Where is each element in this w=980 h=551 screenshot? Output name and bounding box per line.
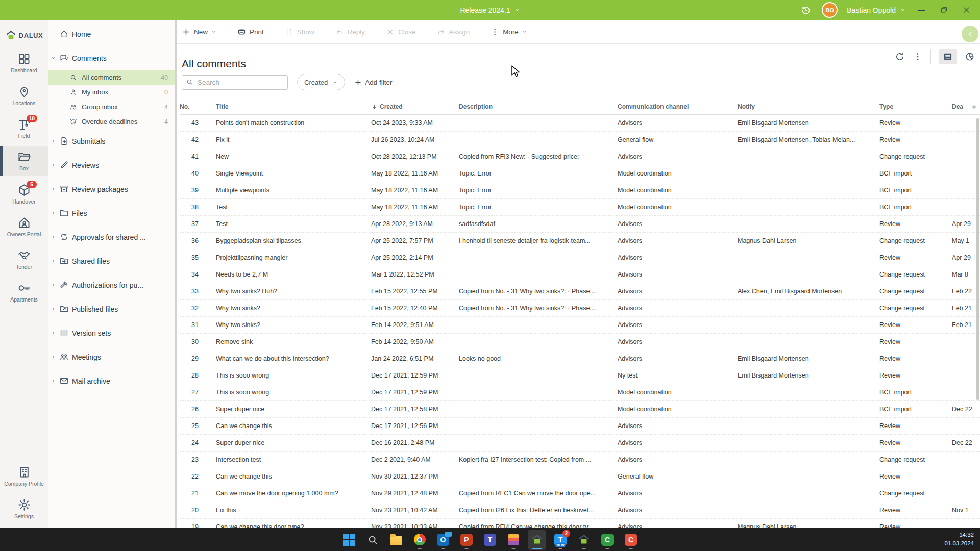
taskbar-start-button[interactable]	[340, 530, 358, 550]
table-row[interactable]: 41 New Oct 28 2022, 12:13 PM Copied from…	[180, 148, 980, 165]
table-row[interactable]: 24 Super duper nice Dec 16 2021, 2:48 PM…	[180, 435, 980, 452]
table-row[interactable]: 25 Can we change this Dec 17 2021, 12:56…	[180, 418, 980, 435]
taskbar-outlook[interactable]: O	[434, 530, 452, 550]
sidebar-item-my-inbox[interactable]: My inbox 0	[48, 85, 175, 99]
cell-created: Apr 25 2022, 2:14 PM	[371, 254, 459, 261]
rail-item-tender[interactable]: Tender	[0, 245, 48, 273]
rail-item-owners-portal[interactable]: Owners Portal	[0, 212, 48, 241]
close-button[interactable]: Close	[386, 28, 416, 36]
taskbar-powerpoint[interactable]: P	[458, 530, 475, 550]
col-no[interactable]: No.	[180, 103, 216, 110]
sidebar-item-submittals[interactable]: Submittals	[48, 129, 175, 153]
taskbar-camtasia-green[interactable]: C	[599, 530, 616, 550]
rail-item-apartments[interactable]: Apartments	[0, 278, 48, 306]
table-row[interactable]: 31 Why two sinks? Feb 14 2022, 9:51 AM A…	[180, 317, 980, 334]
user-menu[interactable]: Bastian Oppold	[847, 6, 905, 14]
collapse-panel-button[interactable]	[962, 26, 978, 42]
table-row[interactable]: 43 Points don't match construction Oct 2…	[180, 115, 980, 132]
sidebar-item-approvals-for-shared[interactable]: Approvals for shared ...	[48, 225, 175, 249]
col-description[interactable]: Description	[459, 103, 618, 110]
version-history-icon[interactable]	[799, 4, 813, 17]
sidebar-item-reviews[interactable]: Reviews	[48, 153, 175, 177]
sidebar-item-published-files[interactable]: Published files	[48, 297, 175, 321]
table-row[interactable]: 36 Byggepladsplan skal tilpasses Apr 25 …	[180, 233, 980, 249]
table-row[interactable]: 32 Why two sinks? Feb 15 2022, 12:40 PM …	[180, 300, 980, 317]
sidebar-item-review-packages[interactable]: Review packages	[48, 177, 175, 201]
table-row[interactable]: 26 Super duper nice Dec 17 2021, 12:58 P…	[180, 401, 980, 418]
table-row[interactable]: 21 Can we move the door opening 1.000 mm…	[180, 485, 980, 502]
dalux-logo[interactable]: DALUX	[0, 22, 48, 48]
taskbar-taskbar-search[interactable]	[364, 530, 381, 550]
table-row[interactable]: 39 Multiple viewpoints May 18 2022, 11:1…	[180, 182, 980, 199]
sidebar-item-version-sets[interactable]: Version sets	[48, 321, 175, 345]
table-row[interactable]: 30 Remove sink Feb 14 2022, 9:50 AM Advi…	[180, 334, 980, 350]
taskbar-camtasia-red[interactable]: C	[622, 530, 640, 550]
cell-type: Review	[879, 220, 952, 228]
sidebar-item-all-comments[interactable]: All comments 40	[48, 70, 175, 85]
reply-button[interactable]: Reply	[335, 28, 365, 36]
table-row[interactable]: 42 Fix it Jul 26 2023, 10:24 AM General …	[180, 132, 980, 148]
sidebar-item-meetings[interactable]: Meetings	[48, 345, 175, 369]
taskbar-dalux-app[interactable]	[575, 530, 593, 550]
table-row[interactable]: 27 This is sooo wrong Dec 17 2021, 12:59…	[180, 384, 980, 401]
avatar[interactable]: BO	[822, 2, 838, 18]
print-button[interactable]: Print	[237, 28, 264, 36]
col-created[interactable]: Created	[371, 103, 459, 110]
assign-button[interactable]: Assign	[437, 28, 470, 36]
rail-item-field[interactable]: 18 Field	[0, 114, 48, 142]
rail-item-box[interactable]: Box	[0, 146, 48, 175]
taskbar-t-app[interactable]: T 2 NEW	[552, 530, 569, 550]
col-deadline[interactable]: Dea	[952, 103, 980, 111]
table-row[interactable]: 38 Test May 18 2022, 11:16 AM Topic: Err…	[180, 199, 980, 216]
more-button[interactable]: More	[491, 28, 527, 36]
sidebar-item-comments[interactable]: Comments	[48, 46, 175, 70]
table-row[interactable]: 28 This is sooo wrong Dec 17 2021, 12:59…	[180, 367, 980, 384]
table-row[interactable]: 33 Why two sinks? Huh? Feb 15 2022, 12:5…	[180, 283, 980, 300]
add-filter-button[interactable]: Add filter	[354, 79, 392, 86]
col-type[interactable]: Type	[879, 103, 952, 110]
table-row[interactable]: 29 What can we do about this intersectio…	[180, 350, 980, 367]
rail-item-settings[interactable]: Settings	[0, 494, 48, 523]
sidebar-item-authorizations[interactable]: Authorizations for pu...	[48, 273, 175, 297]
sidebar-item-mail-archive[interactable]: Mail archive	[48, 369, 175, 393]
table-row[interactable]: 34 Needs to be 2,7 M Mar 1 2022, 12:52 P…	[180, 266, 980, 283]
vertical-scrollbar[interactable]	[976, 118, 979, 400]
taskbar-teams[interactable]: T	[481, 530, 499, 550]
table-row[interactable]: 22 Can we change this Nov 30 2021, 12:37…	[180, 468, 980, 485]
taskbar-widget-stack[interactable]	[505, 530, 522, 550]
new-button[interactable]: New	[182, 28, 216, 36]
rail-item-company-profile[interactable]: Company Profile	[0, 462, 48, 490]
chart-view-toggle[interactable]	[965, 52, 975, 62]
sort-dropdown[interactable]: Created	[297, 74, 345, 90]
taskbar-clock[interactable]: 14:32 01.03.2024	[944, 531, 974, 547]
table-row[interactable]: 35 Projekttilpasning mangler Apr 25 2022…	[180, 249, 980, 266]
more-options-icon[interactable]	[913, 52, 923, 62]
show-button[interactable]: Show	[285, 28, 314, 36]
restore-button[interactable]	[937, 4, 950, 17]
table-row[interactable]: 23 Intersection test Dec 2 2021, 9:40 AM…	[180, 452, 980, 468]
sidebar-item-shared-files[interactable]: Shared files	[48, 249, 175, 273]
col-title[interactable]: Title	[216, 103, 371, 110]
sidebar-item-overdue-deadlines[interactable]: Overdue deadlines 4	[48, 114, 175, 129]
table-view-toggle[interactable]	[939, 49, 957, 64]
rail-item-handover[interactable]: 5 Handover	[0, 180, 48, 208]
table-row[interactable]: 40 Single Viewpoint May 18 2022, 11:16 A…	[180, 165, 980, 182]
taskbar-file-explorer[interactable]	[387, 530, 405, 550]
taskbar-chrome[interactable]	[411, 530, 428, 550]
sidebar-item-group-inbox[interactable]: Group inbox 4	[48, 99, 175, 114]
refresh-icon[interactable]	[895, 52, 905, 62]
sidebar-item-files[interactable]: Files	[48, 201, 175, 225]
search-input[interactable]	[182, 75, 288, 90]
close-window-button[interactable]	[960, 4, 973, 17]
table-row[interactable]: 37 Test Apr 28 2022, 9:13 AM sadfasdfsda…	[180, 216, 980, 233]
col-communication-channel[interactable]: Communication channel	[618, 103, 738, 110]
add-column-icon[interactable]	[970, 103, 978, 111]
table-row[interactable]: 20 Fix this Nov 23 2021, 10:42 AM Copied…	[180, 502, 980, 519]
sidebar-item-home[interactable]: Home	[48, 22, 175, 46]
table-row[interactable]: 19 Can we change this door type? Nov 23 …	[180, 519, 980, 528]
taskbar-dalux-app-active[interactable]	[528, 530, 546, 550]
rail-item-locations[interactable]: Locations	[0, 81, 48, 110]
col-notify[interactable]: Notify	[738, 103, 879, 110]
rail-item-dashboard[interactable]: Dashboard	[0, 48, 48, 77]
minimize-button[interactable]	[915, 4, 928, 17]
